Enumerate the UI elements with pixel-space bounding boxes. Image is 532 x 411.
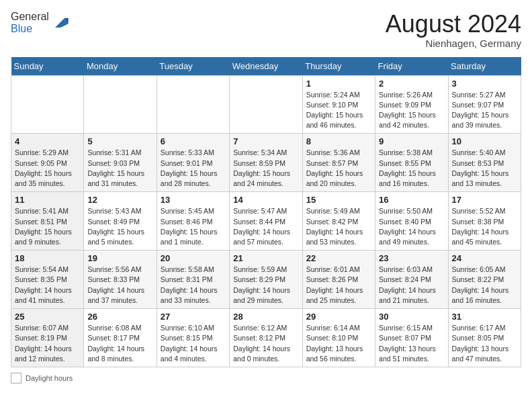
day-number: 30 xyxy=(379,312,444,322)
day-of-week-header: Thursday xyxy=(302,57,375,76)
day-info: Sunrise: 6:12 AM Sunset: 8:12 PM Dayligh… xyxy=(233,323,298,364)
calendar-cell xyxy=(157,75,229,134)
calendar-cell: 10Sunrise: 5:40 AM Sunset: 8:53 PM Dayli… xyxy=(448,134,521,192)
day-number: 9 xyxy=(379,136,444,146)
day-number: 19 xyxy=(87,253,152,263)
day-info: Sunrise: 5:47 AM Sunset: 8:44 PM Dayligh… xyxy=(233,206,298,247)
calendar-table: SundayMondayTuesdayWednesdayThursdayFrid… xyxy=(11,57,521,367)
day-info: Sunrise: 5:56 AM Sunset: 8:33 PM Dayligh… xyxy=(87,265,152,306)
calendar-cell: 16Sunrise: 5:50 AM Sunset: 8:40 PM Dayli… xyxy=(375,192,448,250)
day-info: Sunrise: 5:38 AM Sunset: 8:55 PM Dayligh… xyxy=(379,148,444,189)
calendar-cell: 28Sunrise: 6:12 AM Sunset: 8:12 PM Dayli… xyxy=(230,309,302,367)
day-number: 2 xyxy=(379,79,444,89)
calendar-cell: 12Sunrise: 5:43 AM Sunset: 8:49 PM Dayli… xyxy=(84,192,157,250)
calendar-week-row: 4Sunrise: 5:29 AM Sunset: 9:05 PM Daylig… xyxy=(11,134,521,192)
day-info: Sunrise: 5:45 AM Sunset: 8:46 PM Dayligh… xyxy=(161,206,226,247)
day-info: Sunrise: 5:58 AM Sunset: 8:31 PM Dayligh… xyxy=(161,265,226,306)
calendar-cell: 7Sunrise: 5:34 AM Sunset: 8:59 PM Daylig… xyxy=(230,134,302,192)
day-info: Sunrise: 6:14 AM Sunset: 8:10 PM Dayligh… xyxy=(306,323,371,364)
day-info: Sunrise: 5:43 AM Sunset: 8:49 PM Dayligh… xyxy=(87,206,152,247)
day-info: Sunrise: 6:10 AM Sunset: 8:15 PM Dayligh… xyxy=(161,323,226,364)
calendar-cell: 17Sunrise: 5:52 AM Sunset: 8:38 PM Dayli… xyxy=(448,192,521,250)
calendar-cell xyxy=(230,75,302,134)
legend: Daylight hours xyxy=(11,373,521,383)
day-number: 5 xyxy=(87,136,152,146)
calendar-week-row: 25Sunrise: 6:07 AM Sunset: 8:19 PM Dayli… xyxy=(11,309,521,367)
day-number: 6 xyxy=(161,136,226,146)
day-number: 13 xyxy=(161,195,226,205)
day-number: 7 xyxy=(233,136,298,146)
calendar-cell: 24Sunrise: 6:05 AM Sunset: 8:22 PM Dayli… xyxy=(448,250,521,309)
calendar-cell xyxy=(84,75,157,134)
day-info: Sunrise: 5:27 AM Sunset: 9:07 PM Dayligh… xyxy=(452,90,517,131)
page-header: General Blue August 2024 Nienhagen, Germ… xyxy=(11,11,521,49)
day-info: Sunrise: 5:31 AM Sunset: 9:03 PM Dayligh… xyxy=(87,148,152,189)
day-number: 12 xyxy=(87,195,152,205)
calendar-cell: 3Sunrise: 5:27 AM Sunset: 9:07 PM Daylig… xyxy=(448,75,521,134)
calendar-cell: 29Sunrise: 6:14 AM Sunset: 8:10 PM Dayli… xyxy=(302,309,375,367)
day-info: Sunrise: 5:50 AM Sunset: 8:40 PM Dayligh… xyxy=(379,206,444,247)
day-info: Sunrise: 5:29 AM Sunset: 9:05 PM Dayligh… xyxy=(15,148,80,189)
day-info: Sunrise: 6:15 AM Sunset: 8:07 PM Dayligh… xyxy=(379,323,444,364)
logo: General Blue xyxy=(11,11,69,36)
day-info: Sunrise: 5:40 AM Sunset: 8:53 PM Dayligh… xyxy=(452,148,517,189)
day-number: 3 xyxy=(452,79,517,89)
calendar-cell: 1Sunrise: 5:24 AM Sunset: 9:10 PM Daylig… xyxy=(302,75,375,134)
day-of-week-header: Saturday xyxy=(448,57,521,76)
day-info: Sunrise: 5:59 AM Sunset: 8:29 PM Dayligh… xyxy=(233,265,298,306)
day-number: 4 xyxy=(15,136,80,146)
calendar-cell: 13Sunrise: 5:45 AM Sunset: 8:46 PM Dayli… xyxy=(157,192,229,250)
day-of-week-header: Monday xyxy=(84,57,157,76)
legend-label: Daylight hours xyxy=(26,374,73,382)
day-number: 24 xyxy=(452,253,517,263)
calendar-cell: 19Sunrise: 5:56 AM Sunset: 8:33 PM Dayli… xyxy=(84,250,157,309)
day-of-week-header: Tuesday xyxy=(157,57,229,76)
location: Nienhagen, Germany xyxy=(386,38,521,49)
day-of-week-header: Friday xyxy=(375,57,448,76)
logo-general: General xyxy=(11,11,49,22)
day-number: 15 xyxy=(306,195,371,205)
day-number: 21 xyxy=(233,253,298,263)
day-info: Sunrise: 5:49 AM Sunset: 8:42 PM Dayligh… xyxy=(306,206,371,247)
calendar-cell: 20Sunrise: 5:58 AM Sunset: 8:31 PM Dayli… xyxy=(157,250,229,309)
day-number: 28 xyxy=(233,312,298,322)
calendar-header-row: SundayMondayTuesdayWednesdayThursdayFrid… xyxy=(11,57,521,76)
calendar-cell: 2Sunrise: 5:26 AM Sunset: 9:09 PM Daylig… xyxy=(375,75,448,134)
month-year: August 2024 xyxy=(386,11,521,38)
day-info: Sunrise: 5:24 AM Sunset: 9:10 PM Dayligh… xyxy=(306,90,371,131)
day-info: Sunrise: 6:08 AM Sunset: 8:17 PM Dayligh… xyxy=(87,323,152,364)
day-number: 29 xyxy=(306,312,371,322)
calendar-cell: 4Sunrise: 5:29 AM Sunset: 9:05 PM Daylig… xyxy=(11,134,84,192)
calendar-cell: 27Sunrise: 6:10 AM Sunset: 8:15 PM Dayli… xyxy=(157,309,229,367)
day-info: Sunrise: 5:33 AM Sunset: 9:01 PM Dayligh… xyxy=(161,148,226,189)
calendar-cell: 14Sunrise: 5:47 AM Sunset: 8:44 PM Dayli… xyxy=(230,192,302,250)
calendar-week-row: 11Sunrise: 5:41 AM Sunset: 8:51 PM Dayli… xyxy=(11,192,521,250)
day-number: 23 xyxy=(379,253,444,263)
day-number: 1 xyxy=(306,79,371,89)
day-number: 10 xyxy=(452,136,517,146)
calendar-week-row: 18Sunrise: 5:54 AM Sunset: 8:35 PM Dayli… xyxy=(11,250,521,309)
calendar-cell: 9Sunrise: 5:38 AM Sunset: 8:55 PM Daylig… xyxy=(375,134,448,192)
day-of-week-header: Wednesday xyxy=(230,57,302,76)
day-number: 22 xyxy=(306,253,371,263)
day-number: 18 xyxy=(15,253,80,263)
day-number: 25 xyxy=(15,312,80,322)
calendar-cell: 8Sunrise: 5:36 AM Sunset: 8:57 PM Daylig… xyxy=(302,134,375,192)
day-number: 31 xyxy=(452,312,517,322)
day-info: Sunrise: 5:36 AM Sunset: 8:57 PM Dayligh… xyxy=(306,148,371,189)
day-number: 26 xyxy=(87,312,152,322)
day-info: Sunrise: 5:34 AM Sunset: 8:59 PM Dayligh… xyxy=(233,148,298,189)
legend-box xyxy=(11,373,21,383)
day-info: Sunrise: 6:17 AM Sunset: 8:05 PM Dayligh… xyxy=(452,323,517,364)
day-info: Sunrise: 6:07 AM Sunset: 8:19 PM Dayligh… xyxy=(15,323,80,364)
calendar-cell: 6Sunrise: 5:33 AM Sunset: 9:01 PM Daylig… xyxy=(157,134,229,192)
logo-icon xyxy=(50,13,69,32)
day-number: 16 xyxy=(379,195,444,205)
day-info: Sunrise: 6:05 AM Sunset: 8:22 PM Dayligh… xyxy=(452,265,517,306)
day-info: Sunrise: 6:01 AM Sunset: 8:26 PM Dayligh… xyxy=(306,265,371,306)
calendar-cell: 15Sunrise: 5:49 AM Sunset: 8:42 PM Dayli… xyxy=(302,192,375,250)
logo-blue: Blue xyxy=(11,23,32,34)
day-info: Sunrise: 5:41 AM Sunset: 8:51 PM Dayligh… xyxy=(15,206,80,247)
day-number: 20 xyxy=(161,253,226,263)
calendar-cell: 31Sunrise: 6:17 AM Sunset: 8:05 PM Dayli… xyxy=(448,309,521,367)
